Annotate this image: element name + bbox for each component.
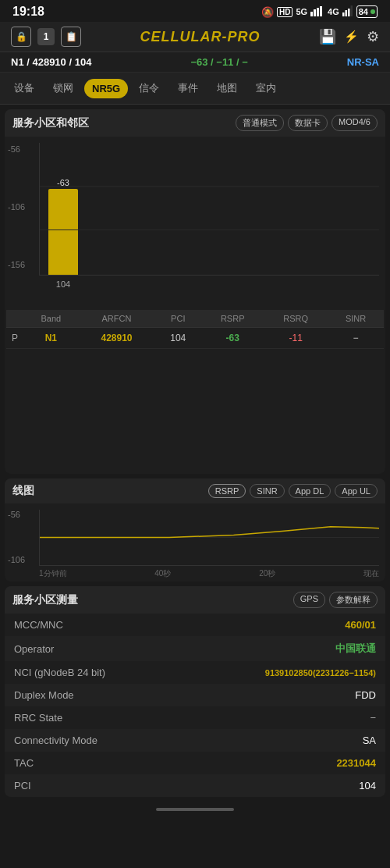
line-y-axis: -56 -106 xyxy=(8,510,25,564)
row-nci: NCI (gNodeB 24 bit) 9139102850(2231226−1… xyxy=(5,661,385,684)
label-connectivity: Connectivity Mode xyxy=(5,729,179,752)
badge-normal-mode[interactable]: 普通模式 xyxy=(236,115,284,131)
col-rsrq: RSRQ xyxy=(264,310,328,328)
line-chart-badges: RSRP SINR App DL App UL xyxy=(208,484,378,498)
clipboard-icon[interactable]: 📋 xyxy=(61,27,81,47)
header-icons-right: 💾 ⚡ ⚙ xyxy=(319,28,379,45)
col-sinr: SINR xyxy=(328,310,384,328)
bar-value: -63 xyxy=(57,178,69,187)
svg-rect-1 xyxy=(314,9,316,16)
header-icons-left: 🔒 1 📋 xyxy=(11,27,81,47)
tab-map[interactable]: 地图 xyxy=(209,77,245,99)
signal-bars-icon xyxy=(310,5,324,19)
x-label-3: 现在 xyxy=(363,568,379,579)
y-label-3: -156 xyxy=(8,260,25,269)
service-data-table: Band ARFCN PCI RSRP RSRQ SINR P N1 42891… xyxy=(6,310,384,349)
bar-label: 104 xyxy=(56,279,70,289)
svg-rect-3 xyxy=(320,6,322,16)
line-chart-svg-container xyxy=(39,510,379,566)
info-bar: N1 / 428910 / 104 −63 / −11 / − NR-SA xyxy=(0,52,390,73)
cell-sinr: − xyxy=(328,328,384,349)
service-cell-title: 服务小区和邻区 xyxy=(12,116,89,130)
line-chart-header: 线图 RSRP SINR App DL App UL xyxy=(5,478,385,503)
badge-data-card[interactable]: 数据卡 xyxy=(288,115,328,131)
bar-1: -63 104 xyxy=(48,178,79,275)
value-rrc: − xyxy=(179,706,385,729)
measurements-section: 服务小区测量 GPS 参数解释 MCC/MNC 460/01 Operator … xyxy=(5,586,385,797)
measurements-badges: GPS 参数解释 xyxy=(293,592,378,608)
value-duplex: FDD xyxy=(179,684,385,706)
cell-type: P xyxy=(6,328,23,349)
5g-icon: 5G xyxy=(296,7,307,16)
tab-device[interactable]: 设备 xyxy=(6,77,42,99)
row-rrc: RRC State − xyxy=(5,706,385,729)
badge-rsrp[interactable]: RSRP xyxy=(208,484,246,498)
chart-canvas: -63 104 xyxy=(39,143,379,276)
battery-level: 84 xyxy=(359,7,368,16)
x-label-2: 20秒 xyxy=(259,568,275,579)
line-chart-title: 线图 xyxy=(12,484,34,498)
value-nci: 9139102850(2231226−1154) xyxy=(179,661,385,684)
svg-rect-0 xyxy=(310,12,313,16)
settings-button[interactable]: ⚙ xyxy=(367,28,379,45)
service-table-wrapper: Band ARFCN PCI RSRP RSRQ SINR P N1 42891… xyxy=(5,310,385,474)
badge-mod[interactable]: MOD4/6 xyxy=(332,115,378,131)
tab-nr5g[interactable]: NR5G xyxy=(84,79,128,98)
col-type xyxy=(6,310,23,328)
bar-chart-area: -56 -106 -156 -63 104 xyxy=(5,137,385,293)
badge-app-ul[interactable]: App UL xyxy=(335,484,378,498)
tab-signal[interactable]: 信令 xyxy=(131,77,167,99)
status-bar: 19:18 🔕 HD 5G 4G 84 xyxy=(0,0,390,22)
col-arfcn: ARFCN xyxy=(79,310,155,328)
cell-rsrq: -11 xyxy=(264,328,328,349)
tab-lock[interactable]: 锁网 xyxy=(45,77,81,99)
line-x-labels: 1分钟前 40秒 20秒 现在 xyxy=(39,566,379,579)
label-mcc-mnc: MCC/MNC xyxy=(5,614,179,636)
cell-band: N1 xyxy=(23,328,79,349)
service-cell-section: 服务小区和邻区 普通模式 数据卡 MOD4/6 -56 -106 -156 -6… xyxy=(5,109,385,474)
bottom-bar xyxy=(0,802,390,817)
svg-rect-4 xyxy=(342,12,345,16)
badge-params[interactable]: 参数解释 xyxy=(329,592,378,608)
cell-pci: 104 xyxy=(154,328,201,349)
4g-icon: 4G xyxy=(328,7,339,16)
badge-number[interactable]: 1 xyxy=(37,28,55,45)
status-icons: 🔕 HD 5G 4G 84 xyxy=(261,5,378,19)
cell-arfcn: 428910 xyxy=(79,328,155,349)
row-tac: TAC 2231044 xyxy=(5,752,385,774)
service-cell-badges: 普通模式 数据卡 MOD4/6 xyxy=(236,115,378,131)
value-tac: 2231044 xyxy=(179,752,385,774)
badge-app-dl[interactable]: App DL xyxy=(289,484,332,498)
service-cell-header: 服务小区和邻区 普通模式 数据卡 MOD4/6 xyxy=(5,109,385,137)
y-label-2: -106 xyxy=(8,202,25,212)
save-button[interactable]: 💾 xyxy=(319,28,336,45)
signal-values: −63 / −11 / − xyxy=(190,56,247,68)
chart-grid xyxy=(40,143,379,275)
network-mode: NR-SA xyxy=(347,56,379,68)
row-pci: PCI 104 xyxy=(5,774,385,797)
empty-table-area xyxy=(6,349,384,474)
label-operator: Operator xyxy=(5,636,179,661)
tab-event[interactable]: 事件 xyxy=(170,77,206,99)
svg-rect-7 xyxy=(350,5,353,16)
cell-info: N1 / 428910 / 104 xyxy=(11,56,91,68)
col-rsrp: RSRP xyxy=(201,310,264,328)
table-row: P N1 428910 104 -63 -11 − xyxy=(6,328,384,349)
nav-tabs: 设备 锁网 NR5G 信令 事件 地图 室内 xyxy=(0,73,390,105)
badge-gps[interactable]: GPS xyxy=(293,592,325,608)
home-indicator[interactable] xyxy=(156,808,234,811)
label-duplex: Duplex Mode xyxy=(5,684,179,706)
badge-sinr[interactable]: SINR xyxy=(250,484,284,498)
label-nci: NCI (gNodeB 24 bit) xyxy=(5,661,179,684)
tab-indoor[interactable]: 室内 xyxy=(248,77,284,99)
y-axis: -56 -106 -156 xyxy=(8,144,25,269)
measurements-header: 服务小区测量 GPS 参数解释 xyxy=(5,586,385,614)
battery-dot xyxy=(370,9,375,14)
signal-button[interactable]: ⚡ xyxy=(344,30,359,44)
col-band: Band xyxy=(23,310,79,328)
hd-icon: HD xyxy=(277,7,292,17)
label-pci: PCI xyxy=(5,774,179,797)
x-label-1: 40秒 xyxy=(154,568,171,579)
lock-icon[interactable]: 🔒 xyxy=(11,27,31,47)
line-y-label-2: -106 xyxy=(8,555,25,564)
